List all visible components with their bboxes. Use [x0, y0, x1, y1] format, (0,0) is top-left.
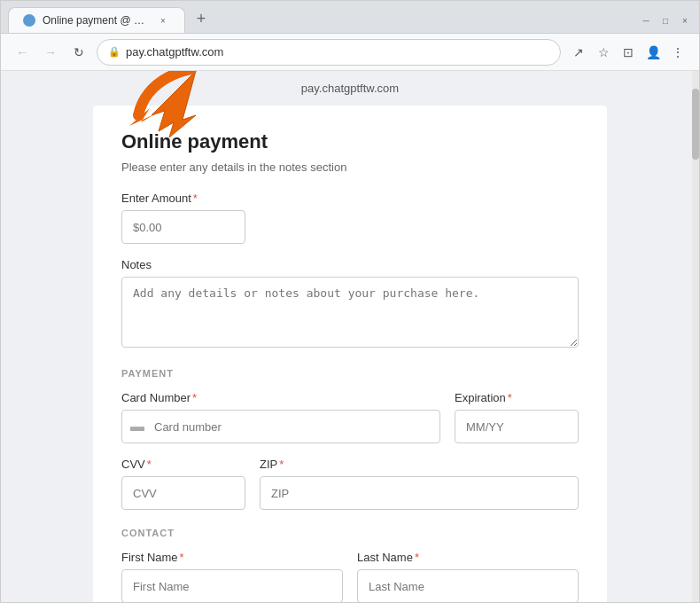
- star-icon[interactable]: ☆: [593, 42, 614, 63]
- page-header: pay.chatgptftw.com: [1, 71, 699, 106]
- notes-input[interactable]: [121, 277, 579, 348]
- card-expiration-row: Card Number* ▬ Expiration*: [121, 391, 579, 443]
- name-row: First Name* Last Name*: [121, 551, 579, 602]
- cvv-input[interactable]: [121, 476, 245, 510]
- cvv-label: CVV*: [121, 458, 245, 471]
- refresh-button[interactable]: ↻: [68, 42, 89, 63]
- address-bar[interactable]: 🔒 pay.chatgptftw.com: [97, 39, 561, 66]
- amount-input[interactable]: [121, 210, 245, 244]
- browser-content-wrapper: GPT77 pay.chatgptftw.com Online payment …: [1, 71, 699, 602]
- last-name-required: *: [415, 551, 419, 564]
- last-name-col: Last Name*: [357, 551, 579, 602]
- first-name-label: First Name*: [121, 551, 343, 564]
- profile-icon[interactable]: 👤: [642, 42, 664, 63]
- zip-label: ZIP*: [260, 458, 579, 471]
- card-input-wrapper: ▬: [121, 410, 440, 443]
- scrollbar[interactable]: [692, 71, 699, 602]
- menu-icon[interactable]: ⋮: [667, 42, 688, 63]
- share-icon[interactable]: ↗: [568, 42, 589, 63]
- card-number-label: Card Number*: [121, 391, 440, 404]
- card-number-col: Card Number* ▬: [121, 391, 440, 443]
- close-button[interactable]: ×: [678, 13, 692, 27]
- toolbar-icons: ↗ ☆ ⊡ 👤 ⋮: [568, 42, 688, 63]
- cvv-required: *: [147, 458, 152, 471]
- contact-section-label: CONTACT: [121, 528, 579, 538]
- new-tab-button[interactable]: +: [189, 6, 214, 31]
- card-number-input[interactable]: [121, 410, 440, 443]
- form-subtitle: Please enter any details in the notes se…: [121, 161, 579, 174]
- url-text: pay.chatgptftw.com: [126, 45, 223, 59]
- last-name-label: Last Name*: [357, 551, 579, 564]
- lock-icon: 🔒: [108, 46, 121, 58]
- last-name-input[interactable]: [357, 569, 579, 602]
- browser-content: GPT77 pay.chatgptftw.com Online payment …: [1, 71, 699, 602]
- form-container: Online payment Please enter any details …: [93, 106, 607, 602]
- zip-col: ZIP*: [260, 458, 579, 510]
- card-icon: ▬: [130, 419, 144, 435]
- page-url: pay.chatgptftw.com: [301, 82, 399, 95]
- tab-title: Online payment @ pay.chatgptftw.: [43, 14, 149, 27]
- amount-required: *: [193, 192, 198, 205]
- expiration-input[interactable]: [455, 410, 579, 443]
- tab-close-button[interactable]: ×: [156, 13, 170, 27]
- card-required: *: [192, 391, 197, 404]
- scrollbar-thumb[interactable]: [692, 89, 699, 160]
- page-title: Online payment: [121, 130, 579, 153]
- first-name-required: *: [180, 551, 184, 564]
- zip-input[interactable]: [260, 476, 579, 510]
- cvv-zip-row: CVV* ZIP*: [121, 458, 579, 510]
- address-bar-row: ← → ↻ 🔒 pay.chatgptftw.com ↗ ☆ ⊡ 👤 ⋮: [1, 34, 699, 71]
- tab-favicon: [23, 14, 35, 27]
- payment-section-label: PAYMENT: [121, 368, 579, 379]
- amount-label: Enter Amount*: [121, 192, 579, 205]
- expiration-required: *: [508, 391, 512, 404]
- first-name-input[interactable]: [121, 569, 343, 602]
- expiration-col: Expiration*: [455, 391, 579, 443]
- expiration-label: Expiration*: [455, 391, 579, 404]
- notes-label: Notes: [121, 258, 579, 271]
- cvv-col: CVV*: [121, 458, 245, 510]
- notes-group: Notes: [121, 258, 579, 350]
- zip-required: *: [279, 458, 284, 471]
- amount-group: Enter Amount*: [121, 192, 579, 244]
- sidebar-icon[interactable]: ⊡: [618, 42, 639, 63]
- browser-window: Online payment @ pay.chatgptftw. × + ─ □…: [0, 0, 700, 603]
- active-tab[interactable]: Online payment @ pay.chatgptftw. ×: [8, 7, 185, 33]
- back-button[interactable]: ←: [12, 42, 33, 63]
- minimize-button[interactable]: ─: [639, 13, 653, 27]
- maximize-button[interactable]: □: [658, 13, 673, 27]
- forward-button[interactable]: →: [40, 42, 61, 63]
- first-name-col: First Name*: [121, 551, 343, 602]
